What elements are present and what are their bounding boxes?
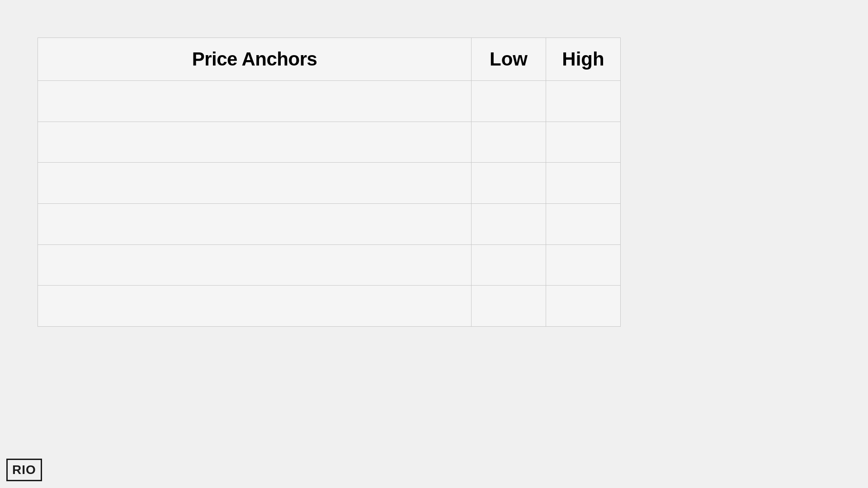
logo-text: RIO	[12, 463, 36, 477]
table-row	[38, 81, 621, 122]
cell-high-2[interactable]	[546, 122, 621, 163]
cell-high-6[interactable]	[546, 286, 621, 327]
table-row	[38, 163, 621, 204]
logo-container: RIO	[6, 459, 42, 481]
cell-low-3[interactable]	[472, 163, 546, 204]
table-row	[38, 286, 621, 327]
table-row	[38, 244, 621, 286]
cell-price-anchor-1[interactable]	[38, 81, 472, 122]
table-row	[38, 122, 621, 163]
page-container: Price Anchors Low High	[0, 0, 868, 488]
header-low: Low	[472, 38, 546, 81]
cell-low-5[interactable]	[472, 244, 546, 286]
table-wrapper: Price Anchors Low High	[38, 38, 621, 327]
cell-price-anchor-5[interactable]	[38, 244, 472, 286]
cell-price-anchor-4[interactable]	[38, 203, 472, 244]
price-anchors-table: Price Anchors Low High	[38, 38, 621, 327]
cell-price-anchor-3[interactable]	[38, 163, 472, 204]
table-row	[38, 203, 621, 244]
cell-high-3[interactable]	[546, 163, 621, 204]
cell-high-4[interactable]	[546, 203, 621, 244]
cell-low-1[interactable]	[472, 81, 546, 122]
header-high: High	[546, 38, 621, 81]
cell-low-2[interactable]	[472, 122, 546, 163]
cell-price-anchor-2[interactable]	[38, 122, 472, 163]
cell-high-1[interactable]	[546, 81, 621, 122]
cell-high-5[interactable]	[546, 244, 621, 286]
cell-price-anchor-6[interactable]	[38, 286, 472, 327]
cell-low-6[interactable]	[472, 286, 546, 327]
cell-low-4[interactable]	[472, 203, 546, 244]
header-price-anchors: Price Anchors	[38, 38, 472, 81]
